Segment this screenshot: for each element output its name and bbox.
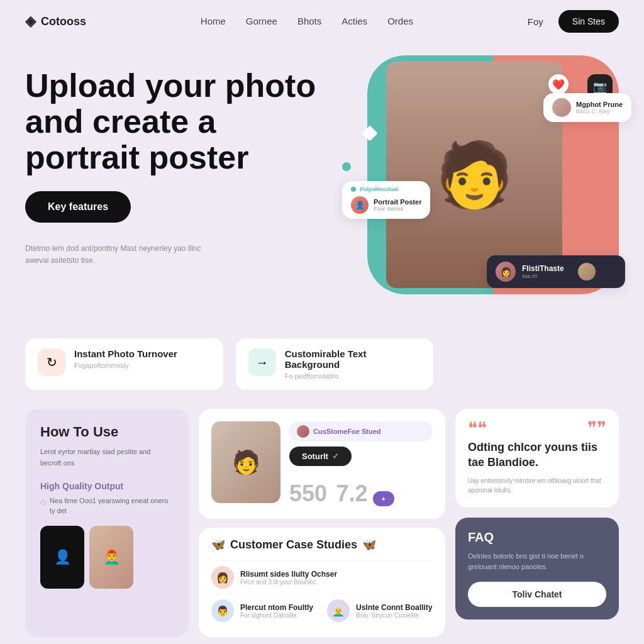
case-sub-0: Fece and 3 lit your Bouhilic. bbox=[240, 579, 337, 586]
nav-acties[interactable]: Acties bbox=[341, 16, 367, 26]
bottom-card-title: FlistiThaste bbox=[522, 264, 564, 273]
case-item-2: 👨‍🦳 Uslnte Connt Boallity Boly. Strycun … bbox=[327, 594, 433, 627]
nav-user: Foy bbox=[528, 16, 543, 27]
features-spacer bbox=[446, 338, 619, 390]
how-to-use-card: How To Use Lerot eyrtor martlay siad pes… bbox=[25, 409, 189, 637]
phone-mock: 👤 bbox=[40, 526, 84, 589]
case-grid: 👨 Plercut ntom Foultly For slghunt Daboi… bbox=[211, 594, 433, 627]
portrait-card-title: Portrait Poster bbox=[374, 198, 421, 206]
faq-button[interactable]: Toliv Chatet bbox=[468, 582, 606, 607]
teal-dot-2 bbox=[380, 263, 386, 269]
case-studies-card: 🦋 Customer Case Studies 🦋 👩 Rlisumt side… bbox=[199, 528, 445, 637]
hero-desc: Dtetrno lem dod ant/ponttny Mast neynerl… bbox=[25, 243, 201, 267]
nav-bhots[interactable]: Bhots bbox=[297, 16, 321, 26]
feature-icon-1: → bbox=[248, 348, 276, 376]
case-name-0: Rlisumt sides llulty Ochser bbox=[240, 570, 337, 579]
logo-icon: ◈ bbox=[25, 13, 36, 30]
nav-right: Foy Sin Stes bbox=[528, 10, 619, 33]
feature-title-0: Instant Photo Turnover bbox=[74, 348, 177, 359]
quote-card: ❝❝ ❞❞ Odting chlcor youns tiis tae Bland… bbox=[455, 409, 619, 508]
feature-title-1: Customirable Text Background bbox=[285, 348, 421, 370]
case-avatar-2: 👨‍🦳 bbox=[327, 599, 350, 622]
teal-dot-1 bbox=[342, 162, 351, 171]
nav-home[interactable]: Home bbox=[201, 16, 226, 26]
portrait-card: PulpaMoudual 👤 Portrait Poster Four sten… bbox=[342, 181, 430, 219]
center-card-top: 🧑 CusStomeFoe Stued Soturlt ✓ bbox=[211, 421, 433, 506]
faq-title: FAQ bbox=[468, 530, 606, 545]
submit-button[interactable]: Soturlt ✓ bbox=[289, 447, 352, 466]
hero-cta-button[interactable]: Key features bbox=[25, 191, 131, 223]
portrait-card-avatar: 👤 bbox=[351, 196, 369, 214]
case-items-top: 👩 Rlisumt sides llulty Ochser Fece and 3… bbox=[211, 560, 433, 594]
nav-ordes[interactable]: Ordes bbox=[387, 16, 413, 26]
bottom-card-sub: sss.rn bbox=[522, 273, 564, 279]
faq-desc: Oelnles botorlc bns gist ti noe benet n … bbox=[468, 551, 606, 572]
quality-item-0: ◇ Nea tlme Ooo1 yearswing eneat onero ty… bbox=[40, 496, 174, 516]
right-column: ❝❝ ❞❞ Odting chlcor youns tiis tae Bland… bbox=[455, 409, 619, 637]
features-row: ↻ Instant Photo Turnover Fvgapoftomrnxsl… bbox=[0, 338, 644, 409]
quote-sub: Uay entontsnvly mlmbre em othloavg ulnor… bbox=[468, 476, 606, 495]
feature-icon-0: ↻ bbox=[38, 348, 65, 376]
feature-card-0: ↻ Instant Photo Turnover Fvgapoftomrnxsl… bbox=[25, 338, 223, 390]
signup-button[interactable]: Sin Stes bbox=[558, 10, 619, 33]
case-studies-title: 🦋 Customer Case Studies 🦋 bbox=[211, 538, 433, 552]
center-card: 🧑 CusStomeFoe Stued Soturlt ✓ bbox=[199, 409, 445, 519]
brand-name: Cotooss bbox=[41, 15, 86, 28]
hero-section: Upload your photo and create a portrait … bbox=[0, 43, 644, 338]
case-name-1: Plercut ntom Foultly bbox=[240, 603, 313, 612]
nav-links: Home Gornee Bhots Acties Ordes bbox=[201, 16, 413, 27]
check-icon-green: ✓ bbox=[332, 452, 339, 461]
heart-badge: ❤️ bbox=[548, 74, 569, 94]
case-item-1: 👨 Plercut ntom Foultly For slghunt Daboi… bbox=[211, 594, 317, 627]
feature-desc-1: Fo pedftornvlatiro bbox=[285, 372, 421, 380]
big-number: 550 7.2 bbox=[289, 474, 368, 506]
hero-right: 🧑 ❤️ 📷 PulpaMoudual 👤 Portrait Poster F bbox=[330, 55, 619, 319]
case-sub-1: For slghunt Daboilte. bbox=[240, 612, 313, 619]
person-photo: 🧑 bbox=[211, 421, 280, 503]
phone-photo: 👨‍🦰 bbox=[89, 526, 133, 589]
feature-card-1: → Customirable Text Background Fo pedfto… bbox=[236, 338, 434, 390]
case-item-0: 👩 Rlisumt sides llulty Ochser Fece and 3… bbox=[211, 560, 433, 594]
how-desc: Lerot eyrtor martlay siad pesitte and be… bbox=[40, 447, 174, 469]
logo: ◈ Cotooss bbox=[25, 13, 86, 30]
bottom-grid: How To Use Lerot eyrtor martlay siad pes… bbox=[0, 409, 644, 644]
bottom-float-card: 👩 FlistiThaste sss.rn bbox=[487, 255, 625, 288]
badge-avatar bbox=[297, 425, 309, 438]
purple-chip: + bbox=[373, 491, 394, 506]
top-right-card: Mgphot Prune B&01 C:.Kley bbox=[543, 93, 631, 122]
hero-left: Upload your photo and create a portrait … bbox=[25, 55, 330, 267]
how-title: How To Use bbox=[40, 424, 174, 440]
hero-title: Upload your photo and create a portrait … bbox=[25, 68, 330, 176]
close-quote: ❞❞ bbox=[587, 421, 606, 435]
top-card-sub: B&01 C:.Kley bbox=[576, 108, 623, 114]
faq-card: FAQ Oelnles botorlc bns gist ti noe bene… bbox=[455, 518, 619, 619]
customize-badge: CusStomeFoe Stued bbox=[289, 421, 433, 441]
top-card-title: Mgphot Prune bbox=[576, 101, 623, 108]
phone-preview: 👤 👨‍🦰 bbox=[40, 526, 174, 589]
quality-title: High Quality Output bbox=[40, 481, 174, 491]
quote-text: Odting chlcor youns tiis tae Blandioe. bbox=[468, 440, 606, 470]
quote-marks: ❝❝ ❞❞ bbox=[468, 421, 606, 435]
portrait-photo: 🧑 bbox=[386, 62, 562, 288]
case-name-2: Uslnte Connt Boallity bbox=[356, 603, 432, 612]
case-avatar-0: 👩 bbox=[211, 566, 234, 589]
nav-gornee[interactable]: Gornee bbox=[246, 16, 277, 26]
navbar: ◈ Cotooss Home Gornee Bhots Acties Ordes… bbox=[0, 0, 644, 43]
center-right: CusStomeFoe Stued Soturlt ✓ 550 7.2 bbox=[289, 421, 433, 506]
case-avatar-1: 👨 bbox=[211, 599, 234, 622]
case-sub-2: Boly. Strycun Cuinellte. bbox=[356, 612, 432, 619]
feature-desc-0: Fvgapoftomrnxsly bbox=[74, 362, 177, 369]
center-column: 🧑 CusStomeFoe Stued Soturlt ✓ bbox=[199, 409, 445, 637]
check-icon: ◇ bbox=[40, 497, 46, 508]
portrait-card-sub: Four stenss bbox=[374, 206, 421, 212]
open-quote: ❝❝ bbox=[468, 421, 487, 435]
